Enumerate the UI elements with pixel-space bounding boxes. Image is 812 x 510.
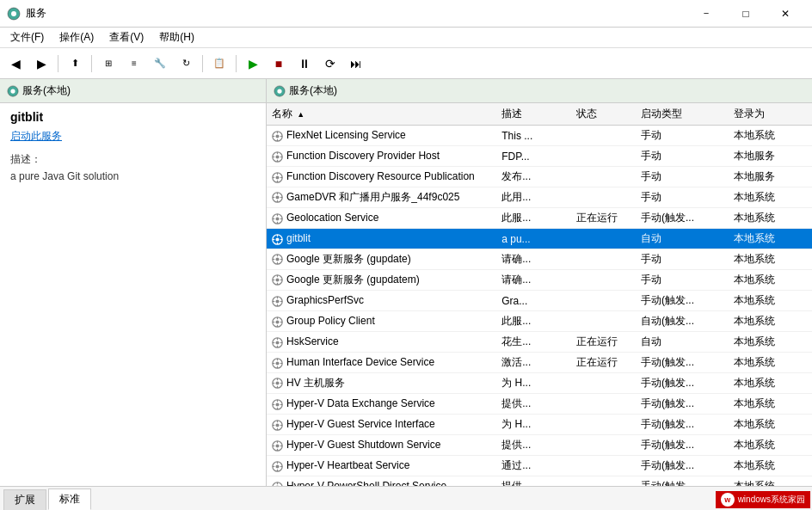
service-desc-cell: 请确... [496,270,570,291]
table-row[interactable]: Group Policy Client此服...自动(触发...本地系统 [267,311,812,332]
services-table-container[interactable]: 名称 ▲ 描述 状态 启动类型 登录为 FlexNet Licensing Se… [267,103,812,486]
service-startup-cell: 手动 [636,126,729,146]
watermark: w windows系统家园 [716,491,810,508]
service-name-cell: GameDVR 和广播用户服务_44f9c025 [267,187,496,208]
toolbar-forward[interactable]: ▶ [29,52,53,76]
table-row[interactable]: Hyper-V Heartbeat Service通过...手动(触发...本地… [267,456,812,476]
table-row[interactable]: Geolocation Service此服...正在运行手动(触发...本地系统 [267,208,812,229]
service-desc-cell: 此用... [496,187,570,208]
service-status-cell: 正在运行 [571,353,637,373]
toolbar-pause[interactable]: ⏸ [292,52,317,76]
toolbar-refresh[interactable]: ↻ [174,52,198,76]
toolbar-back[interactable]: ◀ [3,52,28,76]
service-name-cell: Hyper-V PowerShell Direct Service [267,476,496,487]
service-startup-cell: 手动 [636,187,729,208]
tab-extended[interactable]: 扩展 [3,489,46,510]
table-row[interactable]: Hyper-V PowerShell Direct Service提供...手动… [267,476,812,487]
service-startup-cell: 自动 [636,229,729,249]
table-row[interactable]: Google 更新服务 (gupdatem)请确...手动本地系统 [267,270,812,291]
toolbar-export[interactable]: 📋 [207,52,231,76]
maximize-button[interactable]: □ [726,0,766,28]
tab-standard[interactable]: 标准 [48,488,91,510]
service-status-cell [571,229,637,249]
minimize-button[interactable]: － [686,0,726,28]
col-header-name[interactable]: 名称 ▲ [267,103,496,126]
gear-icon [272,337,283,348]
toolbar-misc1[interactable]: ⏭ [344,52,368,76]
menu-file[interactable]: 文件(F) [3,28,51,46]
service-status-cell [571,270,637,291]
gear-icon [272,399,283,410]
col-header-startup[interactable]: 启动类型 [636,103,729,126]
service-status-cell [571,187,637,208]
service-startup-cell: 手动(触发... [636,435,729,456]
table-row[interactable]: Function Discovery Provider HostFDP...手动… [267,146,812,167]
toolbar-restart[interactable]: ⟳ [318,52,342,76]
menu-view[interactable]: 查看(V) [102,28,151,46]
left-panel-title: 服务(本地) [22,83,71,98]
col-header-status[interactable]: 状态 [571,103,637,126]
table-row[interactable]: HskService花生...正在运行自动本地系统 [267,332,812,353]
services-right-icon [274,85,286,97]
service-desc-cell: 为 H... [496,415,570,435]
service-status-cell [571,126,637,146]
table-row[interactable]: gitblita pu...自动本地系统 [267,229,812,249]
toolbar-play[interactable]: ▶ [241,52,265,76]
svg-point-37 [275,237,279,241]
service-startup-cell: 手动(触发... [636,208,729,229]
service-status-cell [571,146,637,167]
service-login-cell: 本地系统 [729,373,812,394]
service-name-cell: Google 更新服务 (gupdatem) [267,270,496,291]
gear-icon [272,131,283,142]
service-name-cell: FlexNet Licensing Service [267,126,496,146]
table-row[interactable]: Function Discovery Resource Publication发… [267,167,812,187]
menu-help[interactable]: 帮助(H) [152,28,201,46]
main-layout: 服务(本地) gitblit 启动此服务 描述： a pure Java Git… [0,79,812,486]
service-desc-cell: Gra... [496,291,570,311]
service-status-cell [571,291,637,311]
service-login-cell: 本地系统 [729,394,812,415]
service-name-cell: Hyper-V Guest Shutdown Service [267,435,496,456]
gear-icon [272,420,283,431]
service-desc-cell: 激活... [496,353,570,373]
svg-point-55 [275,299,279,303]
svg-point-3 [10,89,15,93]
menu-action[interactable]: 操作(A) [52,28,101,46]
table-row[interactable]: Hyper-V Guest Shutdown Service提供...手动(触发… [267,435,812,456]
service-desc-cell: a pu... [496,229,570,249]
table-row[interactable]: GameDVR 和广播用户服务_44f9c025此用...手动本地系统 [267,187,812,208]
table-row[interactable]: HV 主机服务为 H...手动(触发...本地系统 [267,373,812,394]
svg-point-91 [275,423,279,427]
table-row[interactable]: Hyper-V Data Exchange Service提供...手动(触发.… [267,394,812,415]
start-service-link[interactable]: 启动此服务 [0,127,266,145]
app-icon [7,7,21,21]
gear-icon [272,213,283,224]
toolbar: ◀ ▶ ⬆ ⊞ ≡ 🔧 ↻ 📋 ▶ ■ ⏸ ⟳ ⏭ [0,48,812,79]
service-login-cell: 本地系统 [729,208,812,229]
toolbar-properties[interactable]: 🔧 [148,52,172,76]
toolbar-separator-1 [58,55,58,72]
service-desc-cell: 提供... [496,435,570,456]
toolbar-list[interactable]: ≡ [122,52,146,76]
service-name-cell: HskService [267,332,496,353]
service-name-cell: Function Discovery Provider Host [267,146,496,167]
col-header-login[interactable]: 登录为 [729,103,812,126]
table-row[interactable]: GraphicsPerfSvcGra...手动(触发...本地系统 [267,291,812,311]
service-status-cell [571,167,637,187]
bottom-tabs: 扩展 标准 [0,486,812,510]
toolbar-up[interactable]: ⬆ [63,52,87,76]
col-header-desc[interactable]: 描述 [496,103,570,126]
table-row[interactable]: Hyper-V Guest Service Interface为 H...手动(… [267,415,812,435]
svg-point-13 [275,155,279,158]
toolbar-stop[interactable]: ■ [267,52,291,76]
service-status-cell [571,415,637,435]
service-desc-cell: 发布... [496,167,570,187]
toolbar-show-hide[interactable]: ⊞ [96,52,120,76]
service-startup-cell: 手动(触发... [636,415,729,435]
table-row[interactable]: FlexNet Licensing ServiceThis ...手动本地系统 [267,126,812,146]
close-button[interactable]: ✕ [766,0,805,28]
gear-icon [272,234,283,245]
service-startup-cell: 手动 [636,270,729,291]
table-row[interactable]: Google 更新服务 (gupdate)请确...手动本地系统 [267,249,812,270]
table-row[interactable]: Human Interface Device Service激活...正在运行手… [267,353,812,373]
